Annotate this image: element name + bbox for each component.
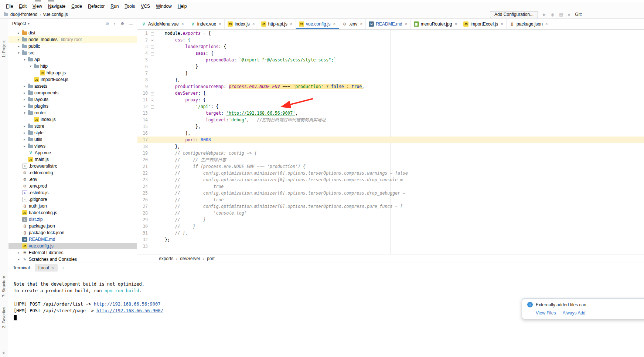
tab-readme-md[interactable]: MREADME.md×	[366, 19, 410, 29]
chevron-down-icon[interactable]: ▾	[23, 58, 27, 61]
code-line-12[interactable]: 12− '/api': {	[137, 103, 644, 110]
close-icon[interactable]: ×	[51, 265, 54, 270]
code-line-17[interactable]: 17 port: 8008	[137, 137, 644, 143]
menu-item-view[interactable]: View	[30, 3, 45, 10]
tree-item-eslintrc-js[interactable]: E.eslintrc.js	[8, 189, 137, 196]
breadcrumb-file[interactable]: vue.config.js	[43, 12, 68, 17]
close-icon[interactable]: ×	[405, 21, 408, 27]
tree-item-src[interactable]: ▾src	[8, 50, 137, 56]
chevron-right-icon[interactable]: ▸	[17, 31, 21, 35]
breadcrumb-exports[interactable]: exports	[159, 256, 173, 261]
fold-icon[interactable]: −	[151, 105, 154, 109]
git-branch-label[interactable]: Git:	[575, 12, 582, 17]
chevron-down-icon[interactable]: ▾	[28, 22, 30, 26]
tree-item-utils[interactable]: ▸utils	[8, 136, 137, 143]
tree-item-index-js[interactable]: JSindex.js	[8, 116, 137, 123]
tab-index-vue[interactable]: Vindex.vue×	[187, 19, 225, 29]
line-number[interactable]: 28	[137, 210, 148, 216]
tree-item-browserslistrc[interactable]: ≡.browserslistrc	[8, 163, 137, 169]
chevron-right-icon[interactable]: ▸	[23, 131, 27, 135]
line-number[interactable]: 9	[137, 83, 148, 90]
tree-item-node-modules[interactable]: ▸node_moduleslibrary root	[8, 36, 137, 43]
tree-item-readme-md[interactable]: MREADME.md	[8, 236, 137, 243]
chevron-right-icon[interactable]: ▸	[17, 38, 21, 41]
tree-item-env-prod[interactable]: ⚙.env.prod	[8, 183, 137, 189]
line-number[interactable]: 29	[137, 216, 148, 223]
menu-item-tools[interactable]: Tools	[122, 3, 138, 10]
close-icon[interactable]: ×	[545, 21, 548, 27]
line-number[interactable]: 2	[137, 37, 148, 43]
line-number[interactable]: 20	[137, 156, 148, 163]
code-line-26[interactable]: 26 // true	[137, 196, 644, 203]
code-line-23[interactable]: 23 // config.optimization.minimizer[0].o…	[137, 176, 644, 183]
line-number[interactable]: 15	[137, 123, 148, 130]
chevron-right-icon[interactable]: ▸	[23, 91, 27, 95]
menu-item-edit[interactable]: Edit	[16, 3, 30, 10]
code-line-3[interactable]: 3− loaderOptions: {	[137, 43, 644, 50]
menu-item-vcs[interactable]: VCS	[138, 3, 153, 10]
menu-item-help[interactable]: Help	[175, 3, 190, 10]
line-number[interactable]: 10	[137, 90, 148, 97]
new-terminal-icon[interactable]: +	[61, 265, 64, 271]
code-line-22[interactable]: 22 // config.optimization.minimizer[0].o…	[137, 170, 644, 176]
close-icon[interactable]: ×	[333, 21, 336, 27]
code-line-9[interactable]: 9 productionSourceMap: process.env.NODE_…	[137, 83, 644, 90]
line-number[interactable]: 33	[137, 243, 148, 250]
tree-item-gitignore[interactable]: ≡.gitignore	[8, 196, 137, 203]
line-number[interactable]: 14	[137, 117, 148, 123]
line-number[interactable]: 13	[137, 110, 148, 117]
locate-file-icon[interactable]: ⊕	[105, 21, 109, 26]
code-line-27[interactable]: 27 // config.optimization.minimizer[0].o…	[137, 203, 644, 210]
close-icon[interactable]: ×	[219, 21, 221, 27]
line-number[interactable]: 26	[137, 196, 148, 203]
code-line-24[interactable]: 24 // true	[137, 183, 644, 190]
tree-item-http-api-js[interactable]: JShttp-api.js	[8, 70, 137, 76]
line-number[interactable]: 25	[137, 190, 148, 196]
code-line-5[interactable]: 5 prependData: `@import "~@/assets/scss/…	[137, 57, 644, 63]
tree-item-router[interactable]: ▾router	[8, 110, 137, 116]
close-icon[interactable]: ×	[181, 21, 184, 27]
code-line-32[interactable]: 32};	[137, 236, 644, 243]
chevron-right-icon[interactable]: ▸	[23, 84, 27, 88]
code-line-25[interactable]: 25 // config.optimization.minimizer[0].o…	[137, 190, 644, 196]
menu-item-window[interactable]: Window	[153, 3, 175, 10]
fold-icon[interactable]: −	[151, 46, 154, 49]
stop-icon[interactable]: ■	[568, 12, 570, 17]
line-number[interactable]: 6	[137, 63, 148, 70]
fold-icon[interactable]: −	[151, 32, 154, 36]
chevron-down-icon[interactable]: ▾	[23, 111, 27, 115]
tree-item-http[interactable]: ▾http	[8, 63, 137, 70]
fold-icon[interactable]: −	[151, 39, 154, 42]
collapse-all-icon[interactable]: ↕	[114, 21, 116, 26]
code-line-7[interactable]: 7 }	[137, 70, 644, 77]
breadcrumb-devserver[interactable]: devServer	[180, 256, 200, 261]
menu-item-run[interactable]: Run	[108, 3, 122, 10]
code-line-21[interactable]: 21 // if (process.env.NODE_ENV === 'prod…	[137, 163, 644, 170]
tab-package-json[interactable]: {}package.json×	[507, 19, 551, 29]
code-line-15[interactable]: 15 },	[137, 123, 644, 130]
chevron-right-icon[interactable]: ▸	[23, 138, 27, 141]
chevron-right-icon[interactable]: ▸	[23, 104, 27, 108]
chevron-down-icon[interactable]: ▾	[28, 64, 33, 68]
tree-item-package-lock-json[interactable]: {}package-lock.json	[8, 229, 137, 236]
tree-item-public[interactable]: ▸public	[8, 43, 137, 50]
tree-item-editorconfig[interactable]: ⚙.editorconfig	[8, 169, 137, 176]
code-line-10[interactable]: 10− devServer: {	[137, 90, 644, 97]
tab-index-js[interactable]: JSindex.js×	[225, 19, 258, 29]
line-number[interactable]: 21	[137, 163, 148, 170]
tool-stripe-structure-button[interactable]: 7: Structure	[1, 276, 6, 297]
tree-item-babel-config-js[interactable]: JSbabel.config.js	[8, 209, 137, 216]
tool-stripe-project-button[interactable]: 1: Project	[1, 40, 6, 57]
line-number[interactable]: 24	[137, 183, 148, 190]
line-number[interactable]: 8	[137, 77, 148, 83]
code-line-31[interactable]: 31 // },	[137, 230, 644, 236]
tree-item-importexcel-js[interactable]: JSimportExcel.js	[8, 76, 137, 83]
chevron-right-icon[interactable]: ▸	[23, 124, 27, 128]
line-number[interactable]: 30	[137, 223, 148, 230]
tree-item-dist-zip[interactable]: Zdist.zip	[8, 216, 137, 223]
menu-item-code[interactable]: Code	[68, 3, 85, 10]
tree-item-api[interactable]: ▾api	[8, 56, 137, 63]
code-editor[interactable]: 1−module.exports = {2− css: {3− loaderOp…	[137, 30, 644, 254]
code-line-2[interactable]: 2− css: {	[137, 37, 644, 43]
settings-gear-icon[interactable]: ⚙	[120, 21, 124, 26]
